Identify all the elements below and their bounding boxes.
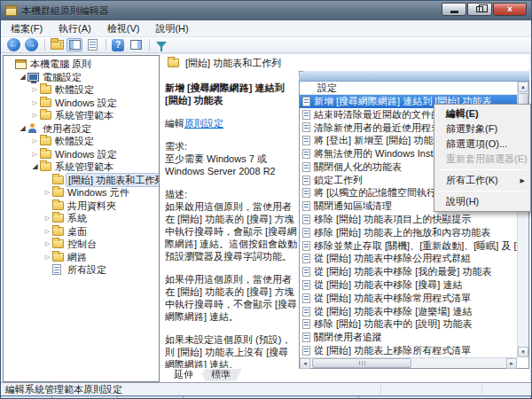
expand-icon[interactable]: ▷: [30, 97, 40, 110]
window-title: 本機群組原則編輯器: [21, 4, 109, 18]
expand-icon[interactable]: ▷: [30, 135, 40, 148]
console-root-icon: [15, 59, 28, 69]
settings-list-item[interactable]: 移除並禁止存取 [關機]、[重新啟動]、[睡眠] 及 [休眠] 命令: [300, 239, 517, 253]
tree-item[interactable]: ▷控制台: [4, 238, 159, 251]
context-menu-item[interactable]: 編輯(E): [434, 106, 530, 121]
policy-setting-glyph: [302, 346, 310, 356]
tree-item-label: [開始] 功能表和工作列: [66, 173, 160, 188]
tree-item[interactable]: [開始] 功能表和工作列: [4, 174, 159, 187]
tab-extended[interactable]: 延伸: [162, 369, 205, 381]
background-cell: [118, 396, 184, 398]
show-action-pane-icon[interactable]: [128, 38, 144, 51]
background-cell: [359, 396, 531, 398]
tree-item-label: Windows 元件: [66, 186, 131, 200]
settings-list-item[interactable]: 從 [開始] 功能表中移除 [我的最愛] 功能表: [300, 265, 517, 278]
folder-glyph: [52, 239, 64, 248]
settings-list-item[interactable]: 關閉使用者追蹤: [300, 331, 517, 344]
scroll-down-icon[interactable]: ▼: [518, 347, 528, 357]
tab-standard[interactable]: 標準: [200, 369, 242, 381]
console-tree: 本機電腦 原則◢電腦設定▷軟體設定▷Windows 設定▷系統管理範本◢使用者設…: [3, 55, 160, 382]
toolbar-separator: [149, 39, 150, 51]
policy-settings-link[interactable]: 原則設定: [184, 118, 223, 129]
tree-item[interactable]: ▷軟體設定: [4, 135, 159, 148]
close-button[interactable]: ×: [493, 3, 527, 16]
title-bar[interactable]: 本機群組原則編輯器 ×: [1, 1, 531, 20]
collapse-icon[interactable]: ◢: [18, 122, 27, 136]
horizontal-scrollbar[interactable]: ◄ ►: [300, 357, 517, 368]
horizontal-scroll-thumb[interactable]: [312, 358, 411, 368]
context-menu-item[interactable]: 說明(H): [434, 194, 530, 209]
help-icon[interactable]: ?: [110, 38, 126, 51]
filter-icon[interactable]: [153, 38, 169, 51]
scroll-left-icon[interactable]: ◄: [300, 358, 310, 369]
expand-icon[interactable]: ▷: [43, 186, 52, 200]
menubar-item[interactable]: 檔案(F): [3, 20, 51, 37]
policy-setting-icon: [302, 188, 314, 198]
policy-setting-glyph: [302, 176, 310, 185]
forward-icon[interactable]: →: [23, 38, 39, 51]
expand-icon[interactable]: ▷: [30, 109, 40, 122]
policy-setting-icon: [302, 241, 314, 251]
export-list-icon[interactable]: [84, 38, 100, 51]
minimize-button[interactable]: [442, 3, 466, 16]
tree-item[interactable]: ▷Windows 元件: [4, 186, 159, 200]
context-menu-item[interactable]: 所有工作(K)▶: [434, 173, 530, 188]
policy-description-panel: 新增 [搜尋網際網路] 連結到 [開始] 功能表 編輯原則設定 需求: 至少需要…: [165, 82, 298, 368]
expand-icon[interactable]: ▷: [43, 225, 52, 239]
policy-setting-icon: [302, 149, 314, 159]
tree-item[interactable]: ▷軟體設定: [4, 83, 159, 97]
settings-column-header[interactable]: 設定: [300, 82, 517, 95]
expand-icon[interactable]: ▷: [30, 83, 40, 97]
tree-item[interactable]: 共用資料夾: [4, 200, 159, 213]
tree-item[interactable]: 本機電腦 原則: [4, 58, 159, 71]
expand-icon[interactable]: ▷: [30, 148, 40, 161]
tree-item[interactable]: ◢電腦設定: [4, 71, 159, 84]
tree-item[interactable]: ▷網路: [4, 251, 159, 264]
up-one-level-icon[interactable]: [49, 38, 65, 51]
menu-bar: 檔案(F)執行(A)檢視(V)說明(H): [1, 20, 531, 37]
scroll-up-icon[interactable]: ▲: [518, 82, 528, 92]
settings-list-item[interactable]: 從 [開始] 功能表中移除 [遊樂場] 連結: [300, 305, 517, 318]
tree-item[interactable]: ▷系統管理範本: [4, 109, 159, 122]
scroll-right-icon[interactable]: ►: [506, 358, 517, 369]
folder-glyph: [52, 188, 64, 197]
context-menu-item[interactable]: 篩選對象(F): [434, 121, 530, 137]
settings-item-label: 關閉通知區域清理: [314, 200, 392, 213]
expand-icon[interactable]: ▷: [43, 238, 52, 251]
requirements-text: 至少需要 Windows 7 或 Windows Server 2008 R2: [165, 153, 298, 177]
restore-button[interactable]: [467, 3, 492, 16]
tree-item[interactable]: ▷Windows 設定: [4, 97, 159, 110]
settings-list-item[interactable]: 從 [開始] 功能表上移除所有程式清單: [300, 344, 517, 357]
settings-list-item[interactable]: 移除 [開始] 功能表中的 [說明] 功能表: [300, 318, 517, 332]
folder-icon: [40, 85, 53, 94]
folder-icon: [52, 201, 66, 210]
settings-list-item[interactable]: 移除 [開始] 功能表上的拖放和內容功能表: [300, 226, 517, 239]
settings-list-item[interactable]: 從 [開始] 功能表中移除常用程式清單: [300, 292, 517, 305]
settings-list-item[interactable]: 移除 [開始] 功能表項目上的快顯提示: [300, 213, 517, 226]
caption-buttons: ×: [441, 3, 527, 16]
expand-icon[interactable]: ▷: [43, 251, 52, 264]
back-icon[interactable]: ←: [5, 38, 21, 51]
menubar-item[interactable]: 說明(H): [147, 20, 196, 37]
settings-list-item[interactable]: 從 [開始] 功能表中移除 [搜尋] 連結: [300, 278, 517, 292]
menubar-item[interactable]: 檢視(V): [99, 20, 148, 37]
menubar-item[interactable]: 執行(A): [51, 20, 99, 37]
context-menu-item[interactable]: 篩選選項(O)...: [434, 137, 530, 152]
expand-icon[interactable]: ▷: [43, 212, 52, 225]
policy-setting-icon: [302, 280, 314, 290]
tree-item[interactable]: ▷桌面: [4, 225, 159, 239]
tree-item[interactable]: ▷Windows 設定: [4, 148, 159, 161]
collapse-icon[interactable]: ◢: [30, 160, 40, 174]
collapse-icon[interactable]: ◢: [18, 71, 27, 84]
tree-item[interactable]: ◢使用者設定: [4, 122, 159, 136]
settings-list-item[interactable]: 從 [開始] 功能表中移除公用程式群組: [300, 253, 517, 266]
tree-item-label: 軟體設定: [53, 83, 96, 97]
tree-item[interactable]: ▷系統: [4, 212, 159, 225]
tree-item[interactable]: 所有設定: [4, 263, 159, 277]
show-console-tree-icon[interactable]: [66, 38, 82, 51]
folder-icon: [52, 227, 66, 236]
description-label: 描述:: [165, 188, 298, 200]
folder-icon: [40, 150, 53, 159]
tree-item[interactable]: ◢系統管理範本: [4, 160, 159, 174]
policy-setting-glyph: [302, 332, 310, 342]
